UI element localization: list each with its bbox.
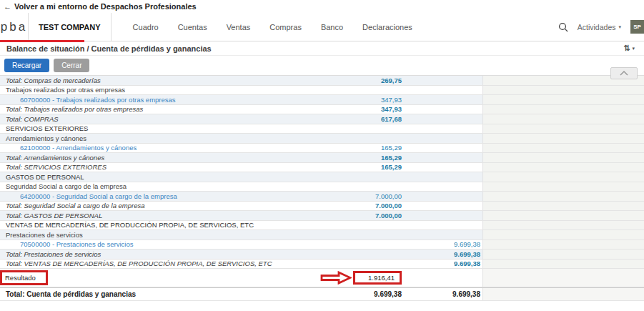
row-label: Total: VENTAS DE MERCADERÍAS, DE PRODUCC… — [0, 260, 318, 267]
row-spacer — [482, 172, 644, 182]
action-toolbar: Recargar Cerrar — [0, 56, 644, 75]
close-button[interactable]: Cerrar — [54, 59, 89, 72]
menu-item-declaraciones[interactable]: Declaraciones — [362, 23, 412, 31]
account-link[interactable]: 70500000 - Prestaciones de servicios — [0, 240, 318, 248]
user-avatar[interactable]: SP — [630, 20, 644, 34]
environment-topbar: ← Volver a mi entorno de Despachos Profe… — [0, 0, 644, 13]
row-spacer — [482, 221, 644, 230]
pl-table: Total: Compras de mercaderías269,75Traba… — [0, 75, 644, 301]
row-spacer — [482, 86, 644, 95]
row-label: GASTOS DE PERSONAL — [0, 173, 318, 181]
menu-item-banco[interactable]: Banco — [321, 23, 343, 31]
table-row: Total: Cuenta de pérdidas y ganancias9.6… — [0, 287, 644, 301]
row-label: Trabajos realizados por otras empresas — [0, 86, 318, 94]
chevron-up-icon — [620, 71, 628, 76]
table-row: Total: Trabajos realizados por otras emp… — [0, 105, 644, 115]
row-spacer — [482, 240, 644, 250]
row-spacer — [482, 163, 644, 172]
credit-value: 9.699,38 — [404, 290, 482, 298]
debit-value: 165,29 — [318, 144, 404, 152]
sort-icon: ⇅ — [623, 44, 630, 53]
row-spacer — [482, 124, 644, 134]
header-right-controls: Actividades ▾ SP — [558, 13, 644, 41]
menu-item-cuentas[interactable]: Cuentas — [178, 23, 207, 31]
table-row: Total: GASTOS DE PERSONAL7.000,00 — [0, 211, 644, 221]
account-link[interactable]: 60700000 - Trabajos realizados por otras… — [0, 96, 318, 104]
search-icon[interactable] — [558, 22, 568, 32]
table-row: Resultado1.916,41 — [0, 269, 644, 287]
sort-options-control[interactable]: ⇅ ▾ — [623, 44, 638, 53]
row-spacer — [482, 230, 644, 240]
table-row: 64200000 - Seguridad Social a cargo de l… — [0, 192, 644, 202]
row-label: Total: Prestaciones de servicios — [0, 250, 318, 258]
collapse-panel-button[interactable] — [610, 67, 638, 79]
row-label: VENTAS DE MERCADERÍAS, DE PRODUCCIÓN PRO… — [0, 221, 318, 229]
table-row: 60700000 - Trabajos realizados por otras… — [0, 95, 644, 105]
breadcrumb-bar: Balance de situación / Cuenta de pérdida… — [0, 41, 644, 56]
row-label: Arrendamientos y cánones — [0, 134, 318, 142]
row-spacer — [482, 114, 644, 124]
table-row: SERVICIOS EXTERIORES — [0, 124, 644, 134]
table-row: Total: VENTAS DE MERCADERÍAS, DE PRODUCC… — [0, 260, 644, 270]
red-highlight-box: 1.916,41 — [353, 271, 402, 285]
row-spacer — [482, 134, 644, 143]
table-row: Total: Seguridad Social a cargo de la em… — [0, 202, 644, 212]
chevron-down-icon: ▾ — [618, 24, 621, 30]
brand-red-underline — [0, 40, 84, 42]
row-spacer — [482, 211, 644, 220]
debit-value: 9.699,38 — [318, 290, 404, 298]
table-row: 70500000 - Prestaciones de servicios9.69… — [0, 240, 644, 250]
table-row: Total: Prestaciones de servicios9.699,38 — [0, 250, 644, 260]
menu-item-cuadro[interactable]: Cuadro — [133, 23, 159, 31]
debit-value: 347,93 — [318, 105, 404, 113]
table-row: 62100000 - Arrendamientos y cánones165,2… — [0, 144, 644, 154]
table-row: Total: COMPRAS617,68 — [0, 114, 644, 124]
table-row: Prestaciones de servicios — [0, 230, 644, 240]
row-label: Total: Trabajos realizados por otras emp… — [0, 105, 318, 113]
table-row: Seguridad Social a cargo de la empresa — [0, 182, 644, 192]
row-label: Total: Seguridad Social a cargo de la em… — [0, 202, 318, 209]
table-row: Trabajos realizados por otras empresas — [0, 86, 644, 96]
row-label: Prestaciones de servicios — [0, 231, 318, 239]
debit-value: 165,29 — [318, 163, 404, 171]
main-menu: CuadroCuentasVentasComprasBancoDeclaraci… — [112, 13, 412, 41]
company-selector[interactable]: TEST COMPANY — [29, 13, 112, 41]
main-header: pba TEST COMPANY CuadroCuentasVentasComp… — [0, 13, 644, 41]
table-row: VENTAS DE MERCADERÍAS, DE PRODUCCIÓN PRO… — [0, 221, 644, 231]
debit-value: 7.000,00 — [318, 192, 404, 200]
row-spacer — [482, 95, 644, 104]
row-spacer — [482, 192, 644, 201]
debit-value: 165,29 — [318, 154, 404, 162]
debit-value: 347,93 — [318, 96, 404, 104]
menu-item-ventas[interactable]: Ventas — [227, 23, 251, 31]
table-row: Arrendamientos y cánones — [0, 134, 644, 144]
row-label: Seguridad Social a cargo de la empresa — [0, 182, 318, 190]
pba-logo[interactable]: pba — [0, 13, 29, 41]
table-row: Total: SERVICIOS EXTERIORES165,29 — [0, 163, 644, 173]
debit-value: 269,75 — [318, 76, 404, 84]
table-row: Total: Compras de mercaderías269,75 — [0, 76, 644, 86]
table-row: Total: Arrendamientos y cánones165,29 — [0, 153, 644, 163]
back-to-environment-link[interactable]: ← Volver a mi entorno de Despachos Profe… — [4, 2, 197, 11]
activities-dropdown[interactable]: Actividades ▾ — [578, 23, 621, 31]
back-arrow-icon: ← — [4, 2, 11, 11]
red-highlight-box: Resultado — [0, 270, 48, 285]
chevron-down-icon: ▾ — [632, 46, 635, 51]
row-label: Total: COMPRAS — [0, 115, 318, 123]
debit-value: 1.916,41 — [318, 271, 404, 285]
red-arrow-annotation — [320, 271, 352, 285]
debit-value: 7.000,00 — [318, 202, 404, 209]
row-spacer — [482, 288, 644, 300]
row-label: SERVICIOS EXTERIORES — [0, 124, 318, 132]
reload-button[interactable]: Recargar — [4, 59, 49, 72]
row-label: Total: GASTOS DE PERSONAL — [0, 212, 318, 219]
row-spacer — [482, 182, 644, 192]
row-label: Total: SERVICIOS EXTERIORES — [0, 163, 318, 171]
row-spacer — [482, 269, 644, 287]
row-label: Total: Cuenta de pérdidas y ganancias — [0, 290, 318, 298]
account-link[interactable]: 62100000 - Arrendamientos y cánones — [0, 144, 318, 152]
page-title: Balance de situación / Cuenta de pérdida… — [6, 44, 212, 53]
credit-value: 9.699,38 — [404, 250, 482, 258]
menu-item-compras[interactable]: Compras — [269, 23, 302, 31]
account-link[interactable]: 64200000 - Seguridad Social a cargo de l… — [0, 192, 318, 200]
